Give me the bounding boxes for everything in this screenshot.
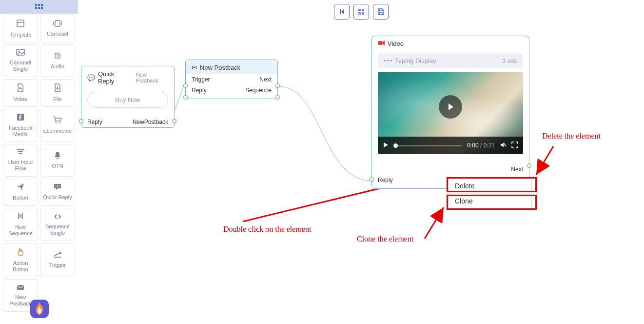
plane-icon	[17, 183, 24, 193]
node-title-text: New Postback	[200, 64, 240, 71]
tile-label: Carousel Single	[5, 60, 36, 72]
node-subtitle: New Postback	[136, 72, 168, 83]
port-trigger-in[interactable]	[183, 83, 188, 88]
sidebar-tile-carousel[interactable]: Carousel	[40, 15, 75, 42]
dots-icon: •••	[384, 57, 393, 64]
play-icon[interactable]	[383, 142, 389, 149]
svg-rect-29	[378, 41, 382, 45]
assistant-button[interactable]	[30, 300, 49, 318]
cart-icon	[53, 116, 62, 126]
mute-icon[interactable]	[500, 142, 507, 150]
sidebar-tile-file[interactable]: File	[40, 79, 75, 107]
tile-label: Button	[13, 195, 28, 201]
node-title: 💬 Quick Reply New Postback	[81, 66, 174, 88]
annotation-delete-text: Delete the element	[542, 132, 601, 141]
tile-label: User Input Flow	[5, 159, 36, 172]
tile-label: Trigger	[49, 262, 66, 268]
svg-rect-25	[340, 9, 341, 14]
file-icon	[54, 83, 61, 94]
sidebar-tile-facebook-media[interactable]: Facebook Media	[3, 109, 38, 142]
typing-duration: 3 sec	[502, 57, 517, 64]
audio-icon	[54, 52, 61, 61]
port-label-newpostback: NewPostback	[133, 119, 168, 125]
sidebar-toggle[interactable]	[0, 0, 78, 14]
context-clone[interactable]: Clone	[448, 194, 531, 208]
image-icon	[16, 49, 25, 58]
sidebar-tile-template[interactable]: Template	[3, 15, 38, 42]
node-title-text: Video	[388, 40, 404, 47]
sidebar-tile-carousel-single[interactable]: Carousel Single	[3, 44, 38, 77]
svg-rect-0	[35, 4, 37, 6]
port-label-sequence: Sequence	[245, 87, 272, 94]
node-new-postback[interactable]: ✉ New Postback Trigger Next Reply Sequen…	[185, 60, 278, 99]
context-delete[interactable]: Delete	[448, 179, 531, 194]
pointer-icon	[17, 247, 24, 258]
sidebar-tile-action-button[interactable]: Action Button	[3, 243, 38, 277]
typing-label: Typing Display	[395, 57, 436, 64]
port-sequence-out[interactable]	[275, 95, 280, 100]
tile-label: New Sequence	[5, 224, 36, 237]
port-reply-in[interactable]	[370, 177, 374, 182]
context-menu: Delete Clone	[448, 178, 531, 209]
save-button[interactable]	[373, 4, 389, 20]
sidebar-tile-ecommerce[interactable]: Ecommerce	[40, 109, 75, 142]
port-next-out[interactable]	[275, 83, 280, 88]
svg-rect-2	[41, 4, 43, 6]
sidebar-tile-otn[interactable]: OTN	[40, 144, 75, 176]
tile-label: Action Button	[5, 260, 36, 273]
svg-point-22	[59, 185, 59, 186]
svg-rect-8	[55, 20, 60, 26]
port-reply-in[interactable]	[183, 95, 188, 100]
sidebar-tile-quick-reply[interactable]: Quick Reply	[40, 179, 75, 206]
sidebar-tile-new-sequence[interactable]: New Sequence	[3, 208, 38, 241]
port-next-out[interactable]	[527, 163, 531, 168]
sidebar-tile-audio[interactable]: Audio	[40, 44, 75, 77]
tile-label: Sequence Single	[42, 223, 73, 236]
port-label-reply: Reply	[192, 87, 207, 94]
seqsingle-icon	[54, 213, 61, 222]
sidebar-tile-sequence-single[interactable]: Sequence Single	[40, 208, 75, 241]
port-label-next: Next	[511, 166, 523, 173]
canvas[interactable]: 💬 Quick Reply New Postback Buy Now Reply…	[78, 0, 644, 324]
sidebar-tile-trigger[interactable]: Trigger	[40, 243, 75, 277]
back-button[interactable]	[334, 4, 350, 20]
svg-point-21	[57, 185, 58, 186]
tile-label: Template	[10, 32, 32, 38]
svg-rect-5	[41, 7, 43, 9]
annotation-clone-text: Clone the element	[357, 235, 413, 243]
port-label-next: Next	[259, 76, 272, 83]
node-quick-reply[interactable]: 💬 Quick Reply New Postback Buy Now Reply…	[81, 66, 175, 128]
tile-label: File	[53, 96, 62, 102]
port-label-reply: Reply	[378, 177, 393, 183]
video-seek-bar[interactable]	[393, 145, 462, 146]
tile-label: Carousel	[47, 31, 68, 37]
collapse-button[interactable]	[353, 4, 369, 20]
tile-label: Audio	[51, 63, 64, 70]
video-icon	[17, 83, 24, 94]
typing-display-pill[interactable]: ••• Typing Display 3 sec	[378, 53, 523, 68]
node-title: ✉ New Postback	[186, 60, 277, 74]
video-time: 0:00 / 0:21	[467, 142, 495, 149]
video-controls: 0:00 / 0:21	[378, 137, 523, 154]
port-label-trigger: Trigger	[192, 76, 210, 83]
bell-icon	[54, 151, 61, 161]
node-title-text: Quick Reply	[98, 70, 130, 85]
port-newpostback-out[interactable]	[172, 119, 176, 123]
sidebar-tile-video[interactable]: Video	[3, 79, 38, 107]
buy-now-button[interactable]: Buy Now	[87, 92, 168, 108]
port-reply-in[interactable]	[79, 119, 83, 123]
svg-point-15	[56, 122, 57, 124]
node-video[interactable]: Video ••• Typing Display 3 sec 0:00 / 0:…	[371, 36, 529, 189]
play-overlay[interactable]	[439, 95, 462, 119]
sidebar: TemplateCarouselCarousel SingleAudioVide…	[0, 14, 78, 324]
fullscreen-icon[interactable]	[511, 142, 518, 150]
sidebar-tile-user-input-flow[interactable]: User Input Flow	[3, 144, 38, 176]
sidebar-tile-button[interactable]: Button	[3, 179, 38, 206]
trigger-icon	[53, 251, 62, 260]
svg-point-13	[57, 56, 58, 57]
chat-icon: 💬	[87, 74, 95, 81]
connection-layer	[78, 0, 644, 324]
tile-label: Quick Reply	[43, 194, 72, 201]
video-preview[interactable]: 0:00 / 0:21	[378, 72, 523, 154]
tile-label: Video	[14, 96, 27, 102]
